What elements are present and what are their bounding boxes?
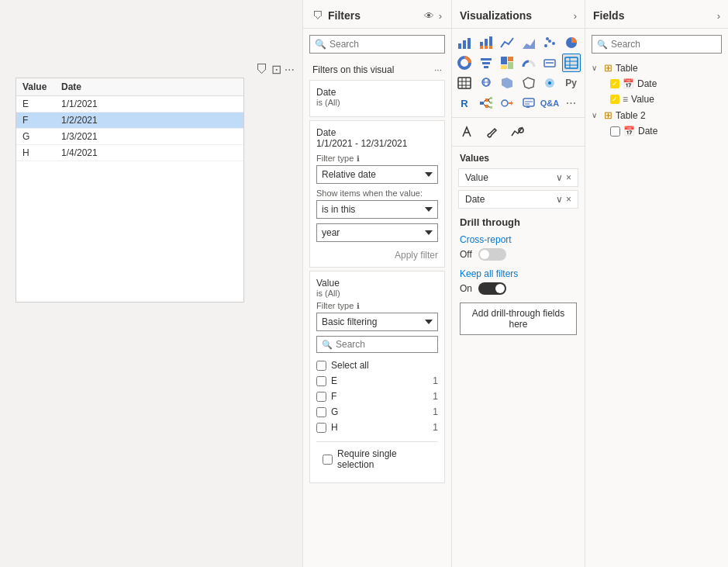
line-chart-icon[interactable] [498,33,516,52]
filter-funnel-icon: ⛉ [312,9,323,22]
smart-narrative-icon[interactable] [519,94,538,112]
funnel-icon[interactable] [477,54,495,72]
fields-search-box[interactable]: 🔍 [592,35,722,54]
azure-map-icon[interactable] [540,74,559,92]
fields-title: Fields [593,9,717,22]
svg-point-12 [552,42,555,45]
cross-report-toggle[interactable] [478,248,506,261]
chevron-right-icon[interactable]: › [439,10,442,22]
date-field-label: Date [465,194,556,205]
condition-select[interactable]: is in this [316,200,438,219]
col-header-date: Date [61,81,139,92]
checkbox-G[interactable] [316,407,326,417]
filled-map-icon[interactable] [498,74,516,92]
tree-expand-icon2[interactable]: ∨ [592,111,601,119]
value-search-box[interactable]: 🔍 [316,336,438,353]
table-row[interactable]: F 1/2/2021 [16,112,243,129]
matrix-icon[interactable] [455,74,474,92]
date-field-row[interactable]: Date ∨ × [458,190,578,209]
viz-analytics-icon[interactable] [508,123,526,141]
decomp-tree-icon[interactable] [477,94,495,112]
viz-paint-icon[interactable] [483,123,502,141]
table-row[interactable]: E 1/1/2021 [16,96,243,112]
table1-date-field[interactable]: ✓ 📅 Date [592,76,728,92]
filters-search-input[interactable] [329,39,440,50]
filter-item-H[interactable]: H 1 [316,420,438,435]
remove-field-icon2[interactable]: × [566,194,571,205]
apply-filter-button[interactable]: Apply filter [316,247,438,261]
filter-item-E[interactable]: E 1 [316,373,438,389]
value-field-row[interactable]: Value ∨ × [458,168,578,187]
eye-icon[interactable]: 👁 [424,10,434,22]
svg-rect-4 [480,46,483,49]
key-influencers-icon[interactable] [498,94,516,112]
filter-type-select[interactable]: Relative date [316,165,438,184]
value-filter-type-select[interactable]: Basic filtering [316,313,438,331]
gauge-icon[interactable] [519,54,538,72]
date-filter-condition: is (All) [316,98,438,107]
table1-name: Table [616,63,638,74]
card-icon[interactable] [540,54,559,72]
expand-icon[interactable]: ⊡ [271,62,281,77]
require-single-checkbox[interactable] [323,455,333,465]
tree-expand-icon[interactable]: ∨ [592,64,601,72]
period-select[interactable]: year [316,223,438,242]
value-search-input[interactable] [336,339,433,350]
viz-icons-grid: Py R Q&A ··· [452,29,585,118]
area-chart-icon[interactable] [519,33,538,52]
scatter-icon[interactable] [540,33,559,52]
filter-item-F[interactable]: F 1 [316,389,438,404]
select-all-checkbox[interactable] [316,361,326,371]
chevron-down-icon2[interactable]: ∨ [556,194,563,205]
checkbox-F[interactable] [316,392,326,402]
pie-chart-icon[interactable] [562,33,581,52]
svg-line-49 [488,106,490,108]
filters-panel: ⛉ Filters 👁 › 🔍 Filters on this visual ·… [302,0,452,567]
table2-date-field[interactable]: 📅 Date [592,123,728,139]
shape-map-icon[interactable] [519,74,538,92]
filters-search-box[interactable]: 🔍 [309,35,445,54]
viz-format-row [452,118,585,147]
table-icon[interactable] [562,54,581,72]
cross-report-track[interactable] [478,248,506,261]
table-row[interactable]: H 1/4/2021 [16,145,243,161]
table1-value-field[interactable]: ✓ ≡ Value [592,92,728,107]
donut-icon[interactable] [455,54,474,72]
svg-rect-0 [458,43,461,49]
map-icon[interactable] [477,74,495,92]
treemap-icon[interactable] [498,54,516,72]
table2-date-checkbox[interactable] [610,126,620,137]
table1-fields: ✓ 📅 Date ✓ ≡ Value [592,76,728,107]
keep-all-filters-toggle[interactable] [478,282,506,295]
viz-expand-icon[interactable]: › [574,10,577,22]
more-visuals-icon[interactable]: ··· [562,94,581,112]
date-filter-expanded-field: Date [316,127,438,138]
table1-header[interactable]: ∨ ⊞ Table [585,60,728,76]
checkbox-E[interactable] [316,376,326,386]
more-icon[interactable]: ··· [285,63,295,77]
qna-icon[interactable]: Q&A [540,94,559,112]
viz-format-icon[interactable] [458,123,477,141]
chevron-down-icon[interactable]: ∨ [556,172,563,183]
remove-field-icon[interactable]: × [566,172,571,183]
visual-toolbar: ⛉ ⊡ ··· [256,62,295,77]
stacked-bar-icon[interactable] [455,33,474,52]
add-drillthrough-button[interactable]: Add drill-through fields here [460,303,577,335]
svg-rect-29 [458,78,471,88]
keep-all-filters-track[interactable] [478,282,506,295]
select-all-row[interactable]: Select all [316,358,438,373]
stacked-bar2-icon[interactable] [477,33,495,52]
fields-search-input[interactable] [611,39,716,50]
py-icon[interactable]: Py [562,74,581,92]
more-options-icon[interactable]: ··· [434,64,442,75]
svg-rect-21 [508,62,513,69]
date-filter-collapsed[interactable]: Date is (All) [309,80,445,117]
table2-header[interactable]: ∨ ⊞ Table 2 [585,107,728,123]
keep-all-filters-toggle-row: On [460,282,577,295]
filter-item-G[interactable]: G 1 [316,404,438,420]
table-row[interactable]: G 1/3/2021 [16,129,243,145]
filter-icon[interactable]: ⛉ [256,63,268,77]
r-icon[interactable]: R [455,94,474,112]
fields-expand-icon[interactable]: › [717,10,720,22]
checkbox-H[interactable] [316,423,326,433]
